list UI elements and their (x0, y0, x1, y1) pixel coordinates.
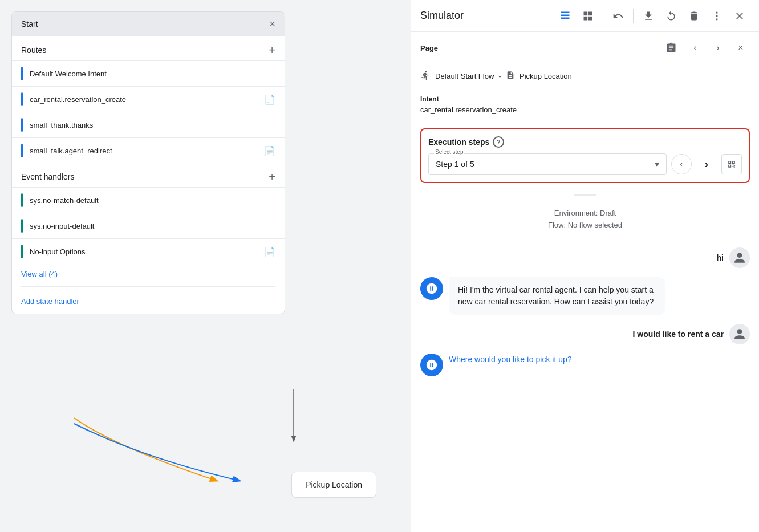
svg-rect-4 (588, 11, 592, 15)
start-close-button[interactable]: × (269, 19, 275, 29)
flow-icon (420, 70, 431, 82)
chat-divider (411, 190, 759, 201)
start-card-header: Start × (12, 12, 285, 36)
page-label: Page (420, 44, 438, 52)
canvas-area: Pickup Location (0, 326, 411, 532)
route-item[interactable]: Default Welcome Intent (12, 60, 285, 86)
route-item[interactable]: small_thank.thanks (12, 112, 285, 137)
grid-view-button[interactable] (578, 6, 598, 26)
divider (21, 286, 275, 287)
intent-label: Intent (420, 95, 750, 103)
chat-divider-line (574, 194, 596, 196)
svg-point-9 (716, 18, 717, 20)
user-message-text: hi (717, 253, 724, 262)
user-message-text: I would like to rent a car (633, 330, 724, 339)
page-bar: Page ‹ › × (411, 32, 759, 64)
breadcrumb: Default Start Flow - Pickup Location (411, 64, 759, 88)
simulator-panel: Simulator (411, 0, 759, 532)
step-prev-button[interactable]: ‹ (671, 154, 692, 174)
bot-avatar (420, 277, 443, 300)
add-event-handler-button[interactable]: + (269, 171, 275, 182)
pick-up-link[interactable]: Where would you like to pick it up? (449, 355, 572, 364)
execution-steps-panel: Execution steps ? Select step Step 1 of … (420, 128, 750, 183)
bot-bubble-link: Where would you like to pick it up? (449, 354, 572, 366)
step-select[interactable]: Step 1 of 5 Step 2 of 5 Step 3 of 5 Step… (428, 153, 667, 175)
svg-rect-1 (561, 14, 570, 16)
flow-lines (0, 389, 411, 532)
user-message: I would like to rent a car (420, 324, 750, 344)
page-icon (506, 71, 515, 82)
svg-rect-2 (561, 17, 570, 19)
more-options-button[interactable] (707, 6, 727, 26)
add-state-handler-link[interactable]: Add state handler (12, 289, 285, 314)
breadcrumb-separator: - (498, 72, 501, 81)
routes-section-header: Routes + (12, 36, 285, 60)
user-avatar (729, 247, 750, 268)
step-select-wrapper: Select step Step 1 of 5 Step 2 of 5 Step… (428, 153, 667, 175)
step-next-button[interactable]: › (696, 154, 717, 174)
toolbar-separator (603, 9, 603, 23)
doc-icon: 📄 (264, 145, 275, 156)
clipboard-button[interactable] (661, 38, 681, 58)
event-handler-label: sys.no-match-default (30, 196, 275, 205)
simulator-title: Simulator (420, 10, 550, 22)
svg-rect-3 (584, 11, 588, 15)
page-prev-button[interactable]: ‹ (686, 39, 704, 57)
chat-area: Environment: Draft Flow: No flow selecte… (411, 190, 759, 532)
event-handler-item[interactable]: sys.no-match-default (12, 187, 285, 213)
event-handlers-section-header: Event handlers + (12, 163, 285, 187)
svg-point-8 (716, 15, 717, 17)
left-panel: Start × Routes + Default Welcome Intent … (0, 0, 411, 532)
route-bar (21, 67, 23, 80)
route-label: Default Welcome Intent (30, 70, 275, 78)
page-next-button[interactable]: › (709, 39, 727, 57)
event-handler-item[interactable]: No-input Options 📄 (12, 238, 285, 264)
route-bar (21, 144, 23, 157)
start-card: Start × Routes + Default Welcome Intent … (11, 11, 285, 314)
svg-rect-0 (561, 11, 570, 13)
add-route-button[interactable]: + (269, 44, 275, 56)
download-button[interactable] (638, 6, 659, 26)
user-avatar (729, 324, 750, 344)
step-select-label: Select step (434, 149, 464, 155)
bot-avatar (420, 354, 443, 376)
simulator-toolbar (555, 6, 750, 26)
help-icon[interactable]: ? (493, 136, 504, 148)
flow-label: Default Start Flow (435, 72, 494, 80)
list-view-button[interactable] (555, 6, 575, 26)
delete-button[interactable] (684, 6, 704, 26)
svg-rect-6 (588, 16, 592, 20)
pickup-location-node[interactable]: Pickup Location (291, 472, 376, 498)
bot-message: Where would you like to pick it up? (420, 354, 750, 376)
page-breadcrumb-label: Pickup Location (519, 72, 572, 80)
reset-button[interactable] (661, 6, 681, 26)
step-controls: Select step Step 1 of 5 Step 2 of 5 Step… (428, 153, 742, 175)
routes-title: Routes (21, 46, 46, 55)
svg-rect-5 (584, 16, 588, 20)
doc-icon: 📄 (264, 94, 275, 105)
event-bar (21, 245, 23, 258)
route-item[interactable]: small_talk.agent_redirect 📄 (12, 137, 285, 163)
execution-steps-title: Execution steps (428, 137, 489, 147)
execution-steps-header: Execution steps ? (428, 136, 742, 148)
svg-point-7 (716, 11, 717, 13)
undo-button[interactable] (608, 6, 628, 26)
start-title: Start (21, 19, 38, 29)
event-handler-label: No-input Options (30, 247, 264, 256)
route-bar (21, 118, 23, 132)
env-info: Environment: Draft Flow: No flow selecte… (411, 201, 759, 238)
user-message: hi (420, 247, 750, 268)
intent-value: car_rental.reservation_create (420, 105, 750, 114)
route-item[interactable]: car_rental.reservation_create 📄 (12, 86, 285, 112)
scan-button[interactable] (721, 154, 742, 174)
pickup-node-label: Pickup Location (306, 480, 362, 489)
view-all-link[interactable]: View all (4) (12, 264, 285, 284)
route-label: car_rental.reservation_create (30, 95, 264, 104)
event-handler-label: sys.no-input-default (30, 222, 275, 230)
chat-messages: hi Hi! I'm the virtual car rental agent.… (411, 238, 759, 532)
simulator-header: Simulator (411, 0, 759, 32)
event-handler-item[interactable]: sys.no-input-default (12, 213, 285, 238)
help-label: ? (497, 139, 501, 145)
close-simulator-button[interactable] (729, 6, 750, 26)
page-close-button[interactable]: × (732, 39, 750, 57)
